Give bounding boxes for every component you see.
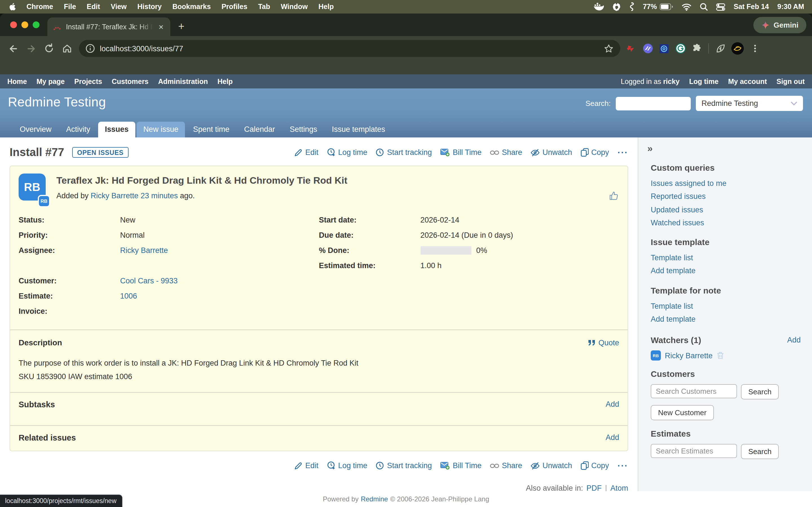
query-watched-issues[interactable]: Watched issues bbox=[651, 217, 801, 229]
apple-logo-icon[interactable] bbox=[8, 2, 16, 11]
note-add-template-link[interactable]: Add template bbox=[651, 314, 801, 325]
start-tracking-action[interactable]: Start tracking bbox=[376, 461, 432, 470]
menubar-item-tab[interactable]: Tab bbox=[258, 3, 270, 11]
new-customer-button[interactable]: New Customer bbox=[651, 405, 714, 420]
template-list-link[interactable]: Template list bbox=[651, 252, 801, 264]
author-link[interactable]: Ricky Barrette bbox=[91, 191, 139, 200]
menubar-item-history[interactable]: History bbox=[137, 3, 161, 11]
nav-help[interactable]: Help bbox=[217, 77, 233, 86]
unwatch-action[interactable]: Unwatch bbox=[530, 148, 572, 157]
extension-purple-icon[interactable] bbox=[640, 41, 655, 56]
tab-spent-time[interactable]: Spent time bbox=[186, 122, 236, 137]
browser-menu-icon[interactable] bbox=[747, 41, 762, 56]
tab-new-issue[interactable]: New issue bbox=[137, 122, 185, 137]
search-customers-input[interactable] bbox=[651, 384, 737, 398]
wifi-icon[interactable] bbox=[682, 3, 691, 10]
share-action[interactable]: Share bbox=[490, 461, 522, 470]
tab-close-icon[interactable]: × bbox=[157, 22, 165, 31]
extension-raindrop-icon[interactable] bbox=[624, 41, 639, 56]
edit-action[interactable]: Edit bbox=[295, 461, 319, 470]
back-button[interactable] bbox=[4, 40, 21, 57]
customer-link[interactable]: Cool Cars - 9933 bbox=[120, 277, 177, 285]
log-time-action[interactable]: Log time bbox=[327, 461, 367, 470]
tab-overview[interactable]: Overview bbox=[13, 122, 58, 137]
tab-issue-templates[interactable]: Issue templates bbox=[325, 122, 392, 137]
quote-link[interactable]: Quote bbox=[588, 338, 619, 347]
open-issues-badge[interactable]: OPEN ISSUES bbox=[72, 147, 129, 158]
nav-my-page[interactable]: My page bbox=[36, 77, 64, 86]
pdf-export-link[interactable]: PDF bbox=[587, 484, 602, 492]
more-actions-button[interactable]: ··· bbox=[617, 460, 628, 471]
menubar-item-view[interactable]: View bbox=[111, 3, 127, 11]
add-subtask-link[interactable]: Add bbox=[606, 400, 619, 408]
profile-avatar[interactable] bbox=[731, 42, 744, 55]
added-time-link[interactable]: 23 minutes bbox=[141, 191, 178, 200]
tab-activity[interactable]: Activity bbox=[59, 122, 97, 137]
estimate-link[interactable]: 1006 bbox=[120, 292, 137, 300]
menubar-item-help[interactable]: Help bbox=[319, 3, 334, 11]
url-bar[interactable]: localhost:3000/issues/77 bbox=[79, 40, 620, 57]
bill-time-action[interactable]: Bill Time bbox=[441, 461, 481, 470]
note-template-list-link[interactable]: Template list bbox=[651, 300, 801, 312]
nav-projects[interactable]: Projects bbox=[74, 77, 102, 86]
nav-sign-out[interactable]: Sign out bbox=[776, 77, 805, 86]
nav-home[interactable]: Home bbox=[7, 77, 27, 86]
thumbs-up-icon[interactable] bbox=[609, 191, 619, 201]
menubar-item-profiles[interactable]: Profiles bbox=[221, 3, 248, 11]
share-action[interactable]: Share bbox=[490, 148, 522, 157]
bookmark-star-icon[interactable] bbox=[604, 44, 613, 53]
copy-action[interactable]: Copy bbox=[580, 148, 609, 157]
maximize-window-button[interactable] bbox=[33, 21, 40, 28]
gemini-button[interactable]: Gemini bbox=[753, 17, 806, 33]
close-window-button[interactable] bbox=[10, 21, 17, 28]
home-button[interactable] bbox=[59, 40, 75, 57]
nav-administration[interactable]: Administration bbox=[158, 77, 208, 86]
project-jump-select[interactable]: Redmine Testing bbox=[696, 96, 803, 111]
global-search-input[interactable] bbox=[616, 97, 691, 110]
copy-action[interactable]: Copy bbox=[580, 461, 609, 470]
query-reported-issues[interactable]: Reported issues bbox=[651, 191, 801, 203]
menubar-item-file[interactable]: File bbox=[64, 3, 76, 11]
browser-tab[interactable]: Install #77: Teraflex Jk: Hd Fo × bbox=[47, 17, 170, 36]
assignee-link[interactable]: Ricky Barrette bbox=[120, 246, 168, 255]
minimize-window-button[interactable] bbox=[21, 21, 28, 28]
add-template-link[interactable]: Add template bbox=[651, 266, 801, 277]
tab-calendar[interactable]: Calendar bbox=[238, 122, 282, 137]
menubar-item-bookmarks[interactable]: Bookmarks bbox=[172, 3, 211, 11]
docker-icon[interactable] bbox=[594, 3, 604, 11]
watcher-name-link[interactable]: Ricky Barrette bbox=[665, 351, 713, 360]
performance-leaf-icon[interactable] bbox=[713, 41, 728, 56]
add-related-issue-link[interactable]: Add bbox=[606, 433, 619, 442]
menubar-time[interactable]: 9:30 AM bbox=[777, 3, 804, 11]
bill-time-action[interactable]: Bill Time bbox=[441, 148, 481, 157]
extensions-puzzle-icon[interactable] bbox=[689, 41, 704, 56]
query-issues-assigned[interactable]: Issues assigned to me bbox=[651, 178, 801, 189]
site-info-icon[interactable] bbox=[86, 44, 95, 53]
reload-button[interactable] bbox=[41, 40, 57, 57]
redmine-link[interactable]: Redmine bbox=[361, 495, 388, 503]
search-customers-button[interactable]: Search bbox=[741, 384, 779, 399]
collapse-sidebar-icon[interactable]: » bbox=[647, 143, 801, 154]
more-actions-button[interactable]: ··· bbox=[617, 147, 628, 158]
extension-lock-icon[interactable] bbox=[656, 41, 672, 56]
menubar-item-window[interactable]: Window bbox=[281, 3, 308, 11]
search-estimates-input[interactable] bbox=[651, 444, 737, 458]
new-tab-button[interactable]: + bbox=[170, 20, 192, 36]
menubar-date[interactable]: Sat Feb 14 bbox=[733, 3, 769, 11]
nav-log-time[interactable]: Log time bbox=[689, 77, 718, 86]
battery-indicator[interactable]: 77% bbox=[643, 3, 673, 11]
forward-button[interactable] bbox=[22, 40, 40, 57]
query-updated-issues[interactable]: Updated issues bbox=[651, 204, 801, 216]
search-estimates-button[interactable]: Search bbox=[741, 444, 779, 459]
nav-customers[interactable]: Customers bbox=[112, 77, 149, 86]
start-tracking-action[interactable]: Start tracking bbox=[376, 148, 432, 157]
log-time-action[interactable]: Log time bbox=[327, 148, 367, 157]
unwatch-action[interactable]: Unwatch bbox=[530, 461, 572, 470]
atom-export-link[interactable]: Atom bbox=[610, 484, 628, 492]
control-center-icon[interactable] bbox=[716, 3, 725, 10]
add-watcher-link[interactable]: Add bbox=[787, 336, 801, 344]
delete-watcher-icon[interactable] bbox=[717, 351, 724, 359]
nav-my-account[interactable]: My account bbox=[728, 77, 767, 86]
menubar-status-icon-1[interactable] bbox=[612, 3, 621, 11]
spotlight-search-icon[interactable] bbox=[700, 3, 708, 11]
